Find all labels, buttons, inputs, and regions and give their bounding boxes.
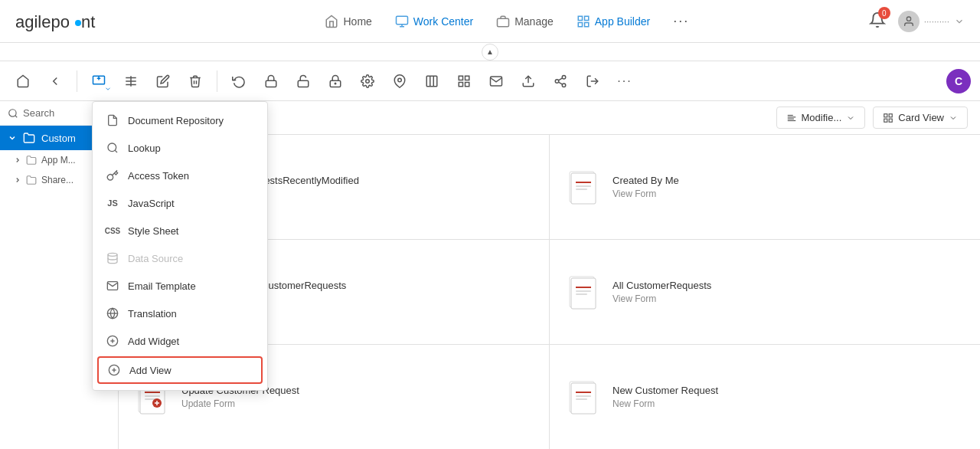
toolbar-divider-1 — [77, 70, 77, 92]
nav-home[interactable]: Home — [325, 15, 371, 28]
svg-point-32 — [562, 84, 566, 87]
toolbar-history-button[interactable] — [225, 67, 253, 95]
card-icon-3 — [565, 274, 602, 310]
card-all-customer-requests[interactable]: All CustomerRequests View Form — [550, 240, 980, 344]
toolbar-export-button[interactable] — [514, 67, 542, 95]
datasource-icon — [105, 251, 120, 266]
toolbar-columns-button[interactable] — [117, 67, 145, 95]
menu-item-translation[interactable]: Translation — [93, 300, 267, 327]
sort-button[interactable]: Modifie... — [776, 107, 866, 129]
menu-item-add-view[interactable]: Add View — [97, 356, 263, 384]
logo[interactable]: agilepo nt — [15, 9, 115, 34]
svg-rect-9 — [578, 22, 582, 26]
svg-rect-74 — [576, 290, 591, 292]
toolbar-delete-button[interactable] — [181, 67, 209, 95]
collapse-bar: ▲ — [0, 43, 980, 61]
card-created-by-me[interactable]: Created By Me View Form — [550, 135, 980, 239]
menu-item-email-template-label: Email Template — [128, 280, 196, 292]
chevron-right-icon-2 — [14, 176, 21, 184]
svg-rect-3 — [396, 16, 407, 25]
card-info-1: Created By Me View Form — [612, 175, 679, 199]
toolbar-new-button[interactable] — [85, 67, 113, 95]
card-title-5: New Customer Request — [612, 385, 718, 396]
menu-item-email-template[interactable]: Email Template — [93, 272, 267, 300]
svg-rect-10 — [584, 22, 588, 26]
home-icon — [325, 15, 338, 28]
nav-right: 0 ·········· — [869, 11, 965, 32]
menu-item-javascript[interactable]: JS JavaScript — [93, 189, 267, 217]
logo-image: agilepo nt — [15, 9, 115, 34]
access-token-icon — [105, 168, 120, 183]
toolbar-email-button[interactable] — [482, 67, 510, 95]
notification-button[interactable]: 0 — [869, 11, 886, 31]
nav-workcenter[interactable]: Work Center — [395, 15, 473, 28]
user-menu-button[interactable]: ·········· — [898, 11, 965, 32]
svg-rect-75 — [576, 293, 587, 295]
toolbar-share-button[interactable] — [547, 67, 574, 95]
nav-appbuilder-label: App Builder — [595, 15, 650, 28]
location-icon — [393, 74, 407, 88]
nav-workcenter-label: Work Center — [413, 15, 473, 28]
toolbar-grid-button[interactable] — [450, 67, 478, 95]
toolbar-right: C — [946, 69, 971, 93]
nav-appbuilder[interactable]: App Builder — [577, 15, 650, 28]
nav-manage[interactable]: Manage — [496, 15, 554, 28]
menu-item-lookup[interactable]: Lookup — [93, 134, 267, 162]
svg-point-31 — [555, 79, 559, 83]
toolbar-settings-button[interactable] — [354, 67, 381, 95]
svg-point-20 — [366, 79, 370, 83]
svg-rect-53 — [884, 113, 887, 116]
toolbar-unlock-button[interactable] — [289, 67, 317, 95]
user-icon — [903, 15, 915, 28]
svg-rect-55 — [884, 119, 887, 122]
svg-point-47 — [9, 109, 16, 116]
toolbar-back-button[interactable] — [41, 67, 69, 95]
toolbar-circle-button[interactable]: C — [946, 69, 971, 93]
svg-point-1 — [75, 20, 81, 26]
toolbar-lock1-button[interactable] — [257, 67, 285, 95]
card-icon-5 — [565, 379, 602, 415]
nav-links: Home Work Center Manage App Builder ··· — [145, 13, 869, 29]
card-info-5: New Customer Request New Form — [612, 385, 718, 409]
nav-manage-label: Manage — [514, 15, 554, 28]
folder-child-icon-1 — [26, 155, 37, 166]
briefcase-icon — [496, 15, 510, 28]
toolbar-signout-button[interactable] — [579, 67, 606, 95]
toolbar-view1-button[interactable] — [418, 67, 446, 95]
user-name-label: ·········· — [924, 16, 949, 27]
menu-item-add-widget[interactable]: Add Widget — [93, 327, 267, 355]
menu-item-access-token[interactable]: Access Token — [93, 162, 267, 189]
view-label: Card View — [898, 112, 944, 123]
edit-icon — [156, 74, 170, 88]
view-form-card-icon-3 — [567, 274, 600, 310]
menu-item-style-sheet[interactable]: CSS Style Sheet — [93, 217, 267, 244]
svg-rect-8 — [584, 16, 588, 20]
card-subtitle-4: Update Form — [181, 398, 299, 409]
svg-rect-28 — [466, 82, 469, 86]
widget-icon — [105, 333, 120, 349]
svg-text:agilepo: agilepo — [15, 12, 70, 31]
sort-chevron-icon — [846, 113, 855, 123]
svg-text:nt: nt — [81, 12, 95, 31]
card-new-customer-request[interactable]: New Customer Request New Form — [550, 345, 980, 449]
view-icon — [883, 113, 893, 123]
toolbar-edit-button[interactable] — [149, 67, 177, 95]
card-info-3: All CustomerRequests View Form — [612, 280, 711, 304]
toolbar-lock3-button[interactable] — [322, 67, 349, 95]
circle-btn-label: C — [955, 75, 962, 87]
toolbar-location-button[interactable] — [386, 67, 413, 95]
content-controls: Modifie... Card View — [776, 107, 968, 129]
chevron-down-sidebar-icon — [8, 133, 17, 143]
menu-item-document-repository[interactable]: Document Repository — [93, 107, 267, 134]
sidebar-child-app-m-label: App M... — [41, 155, 76, 166]
nav-more-button[interactable]: ··· — [673, 13, 689, 29]
collapse-button[interactable]: ▲ — [482, 44, 498, 61]
svg-line-33 — [558, 82, 562, 84]
svg-rect-64 — [576, 185, 591, 187]
view-form-card-icon-1 — [567, 169, 600, 205]
toolbar-home-button[interactable] — [9, 67, 37, 95]
toolbar-more-button[interactable]: ··· — [611, 67, 639, 95]
view-button[interactable]: Card View — [873, 107, 968, 129]
folder-child-icon-2 — [26, 175, 37, 185]
menu-item-lookup-label: Lookup — [128, 143, 161, 154]
